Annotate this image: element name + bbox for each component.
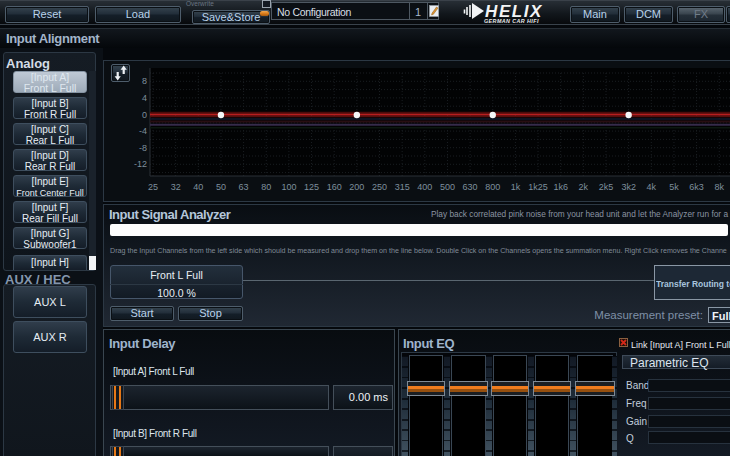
svg-text:1k25: 1k25	[528, 182, 548, 192]
svg-text:2k5: 2k5	[599, 182, 614, 192]
svg-text:25: 25	[148, 182, 158, 192]
svg-text:1k6: 1k6	[553, 182, 568, 192]
svg-text:GERMAN CAR HIFI: GERMAN CAR HIFI	[484, 18, 539, 24]
svg-text:1k: 1k	[511, 182, 521, 192]
svg-text:315: 315	[395, 182, 410, 192]
svg-text:63: 63	[239, 182, 249, 192]
svg-text:800: 800	[485, 182, 500, 192]
svg-text:200: 200	[349, 182, 364, 192]
svg-text:250: 250	[372, 182, 387, 192]
svg-text:40: 40	[193, 182, 203, 192]
svg-text:500: 500	[440, 182, 455, 192]
svg-text:32: 32	[171, 182, 181, 192]
svg-text:80: 80	[261, 182, 271, 192]
svg-text:4k: 4k	[647, 182, 657, 192]
svg-text:4: 4	[142, 93, 147, 103]
svg-text:3k2: 3k2	[621, 182, 636, 192]
svg-text:160: 160	[327, 182, 342, 192]
svg-text:-4: -4	[139, 126, 147, 136]
svg-text:-8: -8	[139, 143, 147, 153]
svg-text:100: 100	[281, 182, 296, 192]
svg-text:2k: 2k	[579, 182, 589, 192]
svg-text:0: 0	[142, 110, 147, 120]
svg-text:400: 400	[417, 182, 432, 192]
svg-text:5k: 5k	[669, 182, 679, 192]
svg-text:50: 50	[216, 182, 226, 192]
svg-text:8k: 8k	[714, 182, 724, 192]
svg-text:125: 125	[304, 182, 319, 192]
svg-text:630: 630	[463, 182, 478, 192]
svg-text:6k3: 6k3	[689, 182, 704, 192]
svg-text:8: 8	[142, 76, 147, 86]
svg-text:-12: -12	[134, 159, 147, 169]
